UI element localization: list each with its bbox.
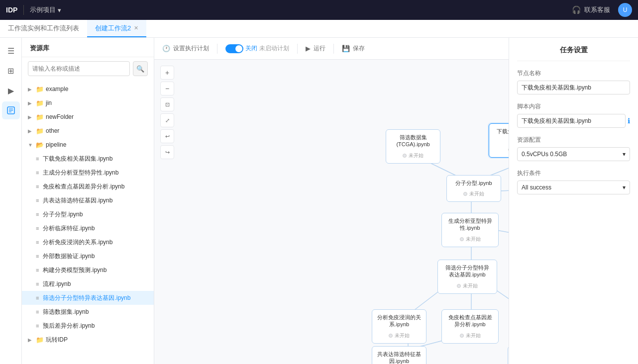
status-indicator (460, 334, 464, 338)
tree-item-f4[interactable]: ≡ 共表达筛选特征基因.ipynb (22, 193, 154, 207)
node-status: 未开始 (372, 330, 426, 343)
tree-item-f1[interactable]: ≡ 下载免疫相关基因集.ipynb (22, 152, 154, 166)
node-prognosis[interactable]: 预后差异分析.ipynb 未开始 (508, 346, 509, 364)
file-icon: ≡ (36, 295, 39, 301)
tree-item-example[interactable]: ▶ 📁 example (22, 82, 154, 96)
sidebar-list-icon[interactable]: ☰ (2, 42, 20, 60)
sidebar-terminal-icon[interactable]: ▶ (2, 82, 20, 99)
file-icon: ≡ (36, 253, 39, 259)
tree-item-f11[interactable]: ≡ 筛选分子分型特异表达基因.ipynb (22, 291, 154, 305)
info-icon: ℹ (628, 117, 630, 125)
node-download[interactable]: 下载免疫相关基因集.ipynb 未开始 (489, 123, 509, 158)
status-indicator (403, 154, 407, 158)
tab-create-workflow[interactable]: 创建工作流2 ✕ (87, 20, 146, 37)
expand-button[interactable]: ⤢ (160, 113, 174, 127)
zoom-out-button[interactable]: − (160, 82, 174, 95)
node-title: 预后差异分析.ipynb (508, 347, 509, 364)
tree-item-f8[interactable]: ≡ 外部数据验证.ipynb (22, 249, 154, 263)
node-coexpr[interactable]: 共表达筛选特征基因.ipynb 未开始 (372, 346, 426, 364)
separator (217, 44, 217, 54)
node-status: 未开始 (438, 280, 497, 293)
avatar[interactable]: U (618, 3, 632, 17)
tree-item-wanzhuanidp[interactable]: ▶ 📁 玩转IDP (22, 333, 154, 347)
tree-item-other[interactable]: ▶ 📁 other (22, 124, 154, 138)
file-icon: ≡ (36, 323, 39, 329)
chevron-down-icon: ▾ (623, 151, 626, 158)
execution-label: 执行条件 (517, 169, 630, 178)
fit-view-button[interactable]: ⊡ (160, 97, 174, 111)
tree-item-f9[interactable]: ≡ 构建分类模型预测.ipynb (22, 263, 154, 277)
file-icon: ≡ (36, 281, 39, 287)
node-moltype[interactable]: 分子分型.ipynb 未开始 (446, 175, 501, 202)
app-logo: IDP (6, 6, 17, 14)
node-name-field: 节点名称 (517, 69, 630, 94)
tree-item-pipeline[interactable]: ▼ 📂 pipeline (22, 138, 154, 152)
support-link[interactable]: 🎧 联系客服 (572, 5, 610, 14)
tree-item-newfolder[interactable]: ▶ 📁 newFolder (22, 110, 154, 124)
project-selector[interactable]: 示例项目 ▾ (30, 5, 61, 14)
node-subtype[interactable]: 生成分析亚型特异性.ipynb 未开始 (441, 213, 499, 247)
node-title: 生成分析亚型特异性.ipynb (442, 213, 498, 234)
resource-select[interactable]: 0.5vCPUs 0.5GB ▾ (517, 147, 630, 161)
tree-item-f3[interactable]: ≡ 免疫检查点基因差异分析.ipynb (22, 180, 154, 193)
file-icon: ≡ (36, 197, 39, 203)
file-icon: ≡ (36, 267, 39, 273)
search-button[interactable]: 🔍 (133, 61, 148, 76)
tree-item-f13[interactable]: ≡ 预后差异分析.ipynb (22, 319, 154, 333)
file-tree: ▶ 📁 example ▶ 📁 jin ▶ 📁 newFolder ▶ 📁 ot… (22, 80, 154, 364)
icon-sidebar: ☰ ⊞ ▶ (0, 38, 22, 364)
folder-icon: 📁 (36, 336, 44, 344)
zoom-in-button[interactable]: + (160, 66, 174, 80)
arrow-icon: ▼ (28, 142, 34, 148)
toggle-switch-control[interactable] (225, 44, 243, 53)
tree-item-jin[interactable]: ▶ 📁 jin (22, 96, 154, 110)
script-input[interactable] (517, 114, 626, 128)
tree-item-f2[interactable]: ≡ 主成分分析亚型特异性.ipynb (22, 166, 154, 180)
node-name-input[interactable] (517, 81, 630, 94)
sidebar-file-icon[interactable] (2, 101, 20, 119)
tab-workflow-list[interactable]: 工作流实例和工作流列表 (0, 20, 87, 37)
node-filtersubtype[interactable]: 筛选分子分型特异表达基因.ipynb 未开始 (437, 260, 497, 294)
separator3 (333, 44, 334, 54)
settings-panel: 任务设置 节点名称 脚本内容 ℹ 资源配置 0.5vCPUs 0.5GB ▾ 执… (509, 38, 638, 364)
execution-field: 执行条件 All success ▾ (517, 169, 630, 194)
node-title: 免疫检查点基因差异分析.ipynb (442, 310, 498, 330)
arrow-icon: ▶ (28, 87, 34, 92)
undo-button[interactable]: ↩ (160, 129, 174, 143)
sidebar-grid-icon[interactable]: ⊞ (2, 62, 20, 80)
node-status: 未开始 (386, 150, 440, 163)
script-field: 脚本内容 ℹ (517, 102, 630, 128)
tab-close-icon[interactable]: ✕ (134, 25, 138, 31)
node-immune-infil[interactable]: 分析免疫浸润的关系.ipynb 未开始 (372, 309, 426, 344)
tree-item-f6[interactable]: ≡ 分析临床特征.ipynb (22, 221, 154, 235)
folder-open-icon: 📂 (36, 141, 44, 149)
search-input[interactable] (28, 61, 130, 76)
file-icon: ≡ (36, 156, 39, 162)
switch-knob (235, 45, 242, 52)
search-area: 🔍 (22, 57, 154, 80)
canvas-content[interactable]: + − ⊡ ⤢ ↩ ↪ (154, 60, 509, 364)
project-arrow-icon: ▾ (58, 6, 61, 14)
separator2 (297, 44, 298, 54)
tree-item-f12[interactable]: ≡ 筛选数据集.ipynb (22, 305, 154, 319)
redo-button[interactable]: ↪ (160, 145, 174, 159)
execution-select[interactable]: All success ▾ (517, 181, 630, 194)
node-status: 未开始 (489, 144, 509, 157)
node-checkpoint[interactable]: 免疫检查点基因差异分析.ipynb 未开始 (441, 309, 499, 344)
toggle-switch[interactable]: 关闭 未启动计划 (225, 44, 289, 53)
node-title: 筛选数据集(TCGA).ipynb (386, 130, 440, 150)
run-button[interactable]: ▶ 运行 (306, 44, 325, 53)
node-tcga[interactable]: 筛选数据集(TCGA).ipynb 未开始 (386, 129, 440, 164)
tree-item-f5[interactable]: ≡ 分子分型.ipynb (22, 207, 154, 221)
status-indicator (457, 284, 461, 288)
folder-icon: 📁 (36, 99, 44, 107)
topbar-right: 🎧 联系客服 U (572, 3, 632, 17)
node-title: 分析免疫浸润的关系.ipynb (372, 310, 426, 330)
schedule-button[interactable]: 🕐 设置执行计划 (162, 44, 209, 53)
tree-item-f7[interactable]: ≡ 分析免疫浸润的关系.ipynb (22, 235, 154, 249)
main-layout: ☰ ⊞ ▶ 资源库 🔍 ▶ 📁 example ▶ 📁 (0, 38, 638, 364)
tabbar: 工作流实例和工作流列表 创建工作流2 ✕ (0, 20, 638, 38)
file-icon: ≡ (36, 211, 39, 217)
save-button[interactable]: 💾 保存 (342, 44, 365, 53)
tree-item-f10[interactable]: ≡ 流程.ipynb (22, 277, 154, 291)
